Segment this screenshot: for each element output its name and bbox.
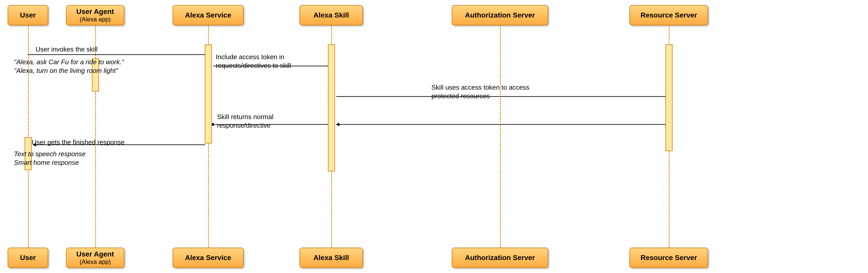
- actor-user-top-label: User: [20, 11, 36, 19]
- actor-user-agent-bottom: User Agent (Alexa app): [66, 248, 124, 268]
- actor-auth-server-bottom-label: Authorization Server: [465, 254, 535, 262]
- msg-skill-returns-label: Skill returns normalresponse/directive: [217, 113, 274, 130]
- actor-alexa-service-bottom: Alexa Service: [173, 248, 244, 268]
- actor-alexa-skill-top-label: Alexa Skill: [313, 11, 349, 19]
- actor-user-agent-bottom-label: User Agent: [76, 250, 114, 258]
- actor-user-agent-top-sub: (Alexa app): [80, 16, 111, 23]
- activation-alexa-service: [205, 44, 212, 144]
- actor-alexa-service-top: Alexa Service: [173, 5, 244, 25]
- actor-alexa-skill-bottom-label: Alexa Skill: [313, 254, 349, 262]
- actor-alexa-skill-bottom: Alexa Skill: [300, 248, 363, 268]
- actor-auth-server-top: Authorization Server: [452, 5, 548, 25]
- sequence-diagram: User User Agent (Alexa app) Alexa Servic…: [0, 0, 868, 273]
- msg-skill-uses-access-token-label: Skill uses access token to accessprotect…: [431, 83, 529, 100]
- activation-alexa-skill: [328, 44, 335, 172]
- actor-alexa-service-top-label: Alexa Service: [185, 11, 231, 19]
- msg-include-access-token-label: Include access token inrequests/directiv…: [216, 53, 291, 70]
- actor-user-top: User: [8, 5, 48, 25]
- activation-resource-server: [665, 44, 673, 151]
- arrows-layer: [0, 0, 868, 273]
- msg-user-gets-response-note: Text to speech responseSmart home respon…: [14, 150, 86, 167]
- msg-user-invokes-label: User invokes the skill: [35, 45, 97, 54]
- actor-alexa-service-bottom-label: Alexa Service: [185, 254, 231, 262]
- actor-user-bottom-label: User: [20, 254, 36, 262]
- msg-user-invokes-note: "Alexa, ask Car Fu for a ride to work.""…: [14, 58, 124, 75]
- actor-alexa-skill-top: Alexa Skill: [300, 5, 363, 25]
- msg-user-gets-response-label: User gets the finished response: [32, 138, 125, 147]
- actor-resource-server-bottom-label: Resource Server: [641, 254, 697, 262]
- actor-user-agent-bottom-sub: (Alexa app): [80, 258, 111, 265]
- actor-resource-server-top-label: Resource Server: [641, 11, 697, 19]
- actor-resource-server-bottom: Resource Server: [629, 248, 708, 268]
- actor-user-agent-top: User Agent (Alexa app): [66, 5, 124, 25]
- lifeline-auth-server: [500, 25, 501, 248]
- actor-resource-server-top: Resource Server: [629, 5, 708, 25]
- actor-auth-server-top-label: Authorization Server: [465, 11, 535, 19]
- svg-marker-7: [336, 123, 339, 126]
- actor-auth-server-bottom: Authorization Server: [452, 248, 548, 268]
- actor-user-agent-top-label: User Agent: [76, 8, 114, 16]
- actor-user-bottom: User: [8, 248, 48, 268]
